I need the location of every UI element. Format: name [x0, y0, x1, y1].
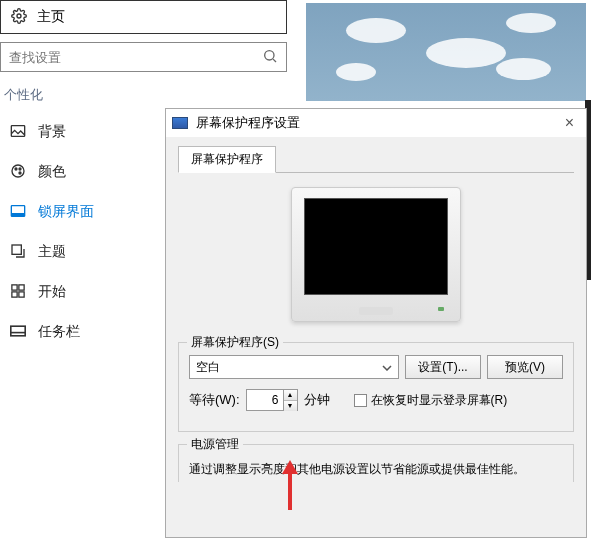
- svg-rect-9: [13, 213, 24, 215]
- chevron-down-icon: [382, 360, 392, 374]
- theme-icon: [8, 243, 28, 262]
- wait-input[interactable]: [247, 390, 283, 410]
- tab-screensaver[interactable]: 屏幕保护程序: [178, 146, 276, 173]
- power-text: 通过调整显示亮度和其他电源设置以节省能源或提供最佳性能。: [189, 461, 563, 478]
- svg-point-4: [12, 165, 24, 177]
- svg-point-7: [19, 172, 21, 174]
- resume-label: 在恢复时显示登录屏幕(R): [371, 392, 508, 409]
- resume-checkbox[interactable]: 在恢复时显示登录屏幕(R): [354, 392, 508, 409]
- search-icon: [262, 48, 278, 67]
- dialog-icon: [172, 117, 188, 129]
- sidebar-item-colors[interactable]: 颜色: [0, 152, 160, 192]
- sidebar-item-label: 任务栏: [38, 323, 80, 341]
- svg-line-2: [273, 59, 276, 62]
- search-box[interactable]: [0, 42, 287, 72]
- wait-spinner[interactable]: ▲ ▼: [246, 389, 298, 411]
- header-title: 主页: [37, 8, 65, 26]
- monitor-frame: [291, 187, 461, 322]
- gear-icon: [11, 8, 27, 27]
- power-group: 电源管理 通过调整显示亮度和其他电源设置以节省能源或提供最佳性能。: [178, 444, 574, 482]
- dialog-titlebar[interactable]: 屏幕保护程序设置 ×: [166, 109, 586, 137]
- screensaver-dialog: 屏幕保护程序设置 × 屏幕保护程序 屏幕保护程序(S) 空白: [165, 108, 587, 538]
- lockscreen-icon: [8, 204, 28, 221]
- checkbox-icon[interactable]: [354, 394, 367, 407]
- svg-point-6: [19, 168, 21, 170]
- svg-rect-15: [11, 326, 25, 336]
- sidebar-item-label: 锁屏界面: [38, 203, 94, 221]
- settings-button[interactable]: 设置(T)...: [405, 355, 481, 379]
- taskbar-icon: [8, 324, 28, 340]
- svg-point-0: [17, 14, 21, 18]
- svg-rect-12: [19, 284, 24, 289]
- sidebar-item-label: 背景: [38, 123, 66, 141]
- svg-rect-10: [12, 245, 21, 254]
- palette-icon: [8, 163, 28, 182]
- svg-point-5: [15, 168, 17, 170]
- spinner-buttons[interactable]: ▲ ▼: [283, 390, 297, 410]
- wallpaper-preview: [306, 3, 586, 101]
- svg-rect-14: [19, 291, 24, 296]
- group-title: 屏幕保护程序(S): [187, 334, 283, 351]
- close-button[interactable]: ×: [559, 114, 580, 132]
- screensaver-group: 屏幕保护程序(S) 空白 设置(T)... 预览(V) 等待(W): ▲: [178, 342, 574, 432]
- sidebar-item-label: 颜色: [38, 163, 66, 181]
- screensaver-select[interactable]: 空白: [189, 355, 399, 379]
- wait-label: 等待(W):: [189, 391, 240, 409]
- sidebar-item-background[interactable]: 背景: [0, 112, 160, 152]
- settings-header[interactable]: 主页: [0, 0, 287, 34]
- svg-rect-13: [12, 291, 17, 296]
- spin-up-icon[interactable]: ▲: [284, 390, 297, 401]
- screensaver-value: 空白: [196, 359, 220, 376]
- sidebar-item-themes[interactable]: 主题: [0, 232, 160, 272]
- power-title: 电源管理: [187, 436, 243, 453]
- preview-button[interactable]: 预览(V): [487, 355, 563, 379]
- spin-down-icon[interactable]: ▼: [284, 401, 297, 411]
- sidebar-item-label: 主题: [38, 243, 66, 261]
- sidebar-item-start[interactable]: 开始: [0, 272, 160, 312]
- minutes-label: 分钟: [304, 391, 330, 409]
- monitor-screen: [304, 198, 448, 295]
- tab-strip: 屏幕保护程序: [178, 145, 574, 173]
- sidebar-item-taskbar[interactable]: 任务栏: [0, 312, 160, 352]
- sidebar-item-label: 开始: [38, 283, 66, 301]
- svg-rect-11: [12, 284, 17, 289]
- svg-point-1: [265, 50, 274, 59]
- search-input[interactable]: [9, 50, 262, 65]
- picture-icon: [8, 124, 28, 141]
- monitor-preview-area: [178, 187, 574, 322]
- dialog-title: 屏幕保护程序设置: [196, 114, 300, 132]
- sidebar-item-lockscreen[interactable]: 锁屏界面: [0, 192, 160, 232]
- sidebar: 背景 颜色 锁屏界面 主题 开始 任务栏: [0, 112, 160, 352]
- start-icon: [8, 284, 28, 301]
